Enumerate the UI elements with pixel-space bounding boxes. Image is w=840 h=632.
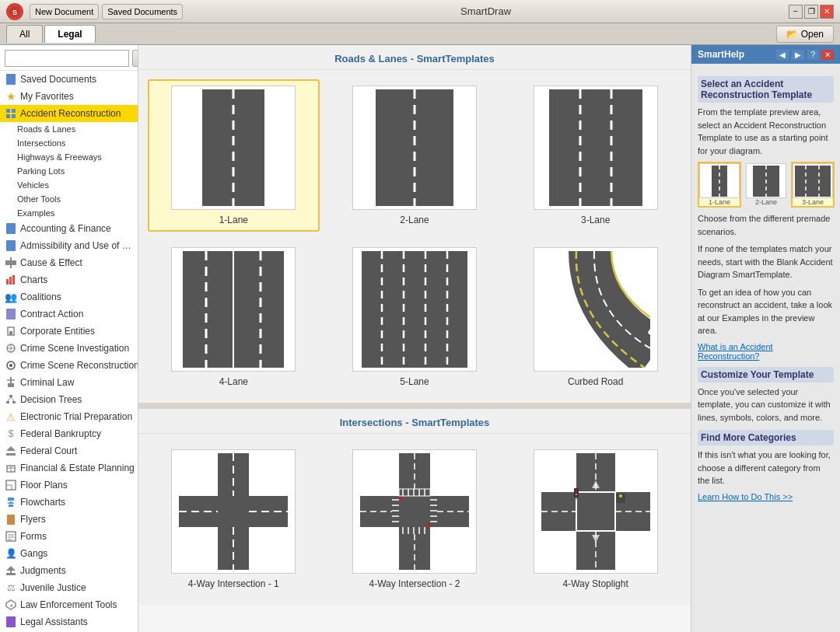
sidebar-item-vehicles[interactable]: Vehicles: [0, 178, 138, 192]
sidebar-item-corporate-entities[interactable]: Corporate Entities: [0, 323, 138, 340]
sidebar-item-examples[interactable]: Examples: [0, 206, 138, 220]
smarthelp-nav-fwd[interactable]: ▶: [792, 50, 804, 60]
accounting-icon: [5, 222, 17, 235]
template-4lane[interactable]: 4-Lane: [148, 241, 320, 393]
template-5lane[interactable]: 5-Lane: [329, 241, 501, 393]
accident-icon: [5, 107, 17, 120]
svg-text:S: S: [12, 9, 17, 16]
rp-preview-1lane-label: 1-Lane: [699, 198, 740, 206]
template-curvedroad[interactable]: Curbed Road: [509, 241, 681, 393]
sidebar-item-crime-scene-investigation[interactable]: Crime Scene Investigation: [0, 340, 138, 357]
sidebar-item-flowcharts[interactable]: Flowcharts: [0, 494, 138, 511]
template-3lane-label: 3-Lane: [581, 215, 610, 225]
search-button[interactable]: Search: [132, 50, 138, 67]
federal-court-icon: [5, 445, 17, 457]
open-button[interactable]: 📂 Open: [776, 26, 834, 43]
template-3lane[interactable]: 3-Lane: [509, 79, 681, 232]
rp-preview-1lane-thumb: [699, 163, 740, 198]
template-2lane[interactable]: 2-Lane: [329, 79, 501, 232]
search-input[interactable]: [5, 50, 129, 67]
template-4way1-label: 4-Way Intersection - 1: [188, 578, 279, 589]
sidebar-item-law-enforcement[interactable]: ★ Law Enforcement Tools: [0, 596, 138, 613]
sidebar-list: Saved Documents ★ My Favorites Accident …: [0, 71, 138, 632]
sidebar-item-federal-court[interactable]: Federal Court: [0, 442, 138, 459]
template-4way1-thumb: [171, 449, 296, 574]
title-bar: S New Document Saved Documents SmartDraw…: [0, 0, 840, 23]
judgments-icon: [5, 564, 17, 577]
rp-find-text: If this isn't what you are looking for, …: [698, 449, 834, 487]
rp-preview-3lane[interactable]: 3-Lane: [791, 162, 835, 208]
close-button[interactable]: ✕: [820, 5, 834, 19]
toolbar-tabs: New Document Saved Documents: [30, 4, 183, 19]
template-1lane[interactable]: 1-Lane: [148, 79, 320, 232]
juvenile-icon: ⚖: [5, 581, 17, 594]
sidebar-item-criminal-law[interactable]: Criminal Law: [0, 374, 138, 391]
sidebar-item-federal-bankruptcy[interactable]: $ Federal Bankruptcy: [0, 425, 138, 442]
smarthelp-header: SmartHelp ◀ ▶ ? ✕: [691, 45, 840, 64]
sidebar-item-contract-action[interactable]: Contract Action: [0, 306, 138, 323]
open-icon: 📂: [786, 29, 798, 40]
sidebar-item-other-tools[interactable]: Other Tools: [0, 192, 138, 206]
rp-preview-1lane[interactable]: 1-Lane: [698, 162, 741, 208]
sidebar-item-financial-estate[interactable]: Financial & Estate Planning: [0, 459, 138, 477]
minimize-button[interactable]: −: [789, 5, 803, 19]
sidebar-item-judgments[interactable]: Judgments: [0, 562, 138, 579]
sidebar-item-my-favorites[interactable]: ★ My Favorites: [0, 88, 138, 105]
svg-rect-53: [549, 89, 642, 206]
sidebar-item-electronic-trial[interactable]: ⚠ Electronic Trial Preparation: [0, 408, 138, 425]
svg-marker-42: [6, 566, 16, 571]
sidebar-item-coalitions[interactable]: 👥 Coalitions: [0, 288, 138, 306]
template-curvedroad-label: Curbed Road: [568, 376, 623, 387]
open-label: Open: [801, 29, 824, 40]
sidebar-item-flyers[interactable]: Flyers: [0, 511, 138, 528]
sidebar-item-intersections[interactable]: Intersections: [0, 136, 138, 150]
svg-rect-122: [795, 166, 831, 197]
rp-link2[interactable]: Learn How to Do This >>: [698, 492, 834, 501]
sidebar-item-legal-assistants[interactable]: Legal Assistants: [0, 613, 138, 630]
svg-rect-18: [8, 383, 14, 387]
sidebar-item-gangs[interactable]: 👤 Gangs: [0, 545, 138, 562]
sidebar-item-crime-scene-reconstruction[interactable]: Crime Scene Reconstruction: [0, 357, 138, 374]
saved-documents-tab[interactable]: Saved Documents: [102, 4, 183, 19]
sidebar-item-decision-trees[interactable]: Decision Trees: [0, 391, 138, 408]
svg-rect-60: [362, 251, 467, 368]
sidebar-item-accident-reconstruction[interactable]: Accident Reconstruction: [0, 105, 138, 122]
rp-link1[interactable]: What is an Accident Reconstruction?: [698, 342, 834, 361]
intersections-section: Intersections - SmartTemplates: [138, 409, 691, 605]
svg-rect-10: [12, 275, 15, 285]
sidebar-item-roads-lanes[interactable]: Roads & Lanes: [0, 122, 138, 136]
sidebar-item-saved-documents[interactable]: Saved Documents: [0, 71, 138, 88]
rp-preview-2lane-label: 2-Lane: [746, 198, 786, 206]
tab-all[interactable]: All: [6, 25, 43, 43]
sidebar-item-cause-effect[interactable]: Cause & Effect: [0, 254, 138, 271]
sidebar-item-floor-plans[interactable]: Floor Plans: [0, 477, 138, 494]
restore-button[interactable]: ❐: [804, 5, 818, 19]
sidebar-item-juvenile-justice[interactable]: ⚖ Juvenile Justice: [0, 579, 138, 596]
tab-legal[interactable]: Legal: [44, 25, 95, 43]
template-2lane-label: 2-Lane: [400, 215, 429, 225]
new-document-tab[interactable]: New Document: [30, 4, 99, 19]
sidebar-item-accounting[interactable]: Accounting & Finance: [0, 220, 138, 237]
svg-point-113: [575, 498, 577, 500]
saved-documents-icon: [5, 73, 17, 86]
smarthelp-close[interactable]: ✕: [821, 50, 834, 60]
law-enforcement-icon: ★: [5, 599, 17, 611]
rp-preview-2lane[interactable]: 2-Lane: [744, 162, 788, 208]
smarthelp-nav-back[interactable]: ◀: [776, 50, 789, 60]
template-4way2[interactable]: 4-Way Intersection - 2: [329, 443, 501, 595]
sidebar-item-admissibility[interactable]: Admissibility and Use of Evider: [0, 237, 138, 254]
template-4way1[interactable]: 4-Way Intersection - 1: [148, 443, 320, 595]
template-4waysignal[interactable]: 4-Way Stoplight: [509, 443, 681, 595]
rp-section1-text: From the template preview area, select a…: [698, 106, 834, 157]
content-area: Roads & Lanes - SmartTemplates 1-Lane: [138, 45, 691, 632]
sidebar-item-charts[interactable]: Charts: [0, 271, 138, 288]
sidebar-item-parking-lots[interactable]: Parking Lots: [0, 164, 138, 178]
search-area: Search: [0, 45, 138, 71]
svg-point-99: [427, 523, 430, 526]
criminal-law-icon: [5, 376, 17, 389]
sidebar-item-highways[interactable]: Highways & Freeways: [0, 150, 138, 164]
template-5lane-thumb: [352, 247, 477, 372]
sidebar-item-forms[interactable]: Forms: [0, 528, 138, 545]
gangs-icon: 👤: [5, 547, 17, 560]
smarthelp-help[interactable]: ?: [807, 50, 818, 60]
